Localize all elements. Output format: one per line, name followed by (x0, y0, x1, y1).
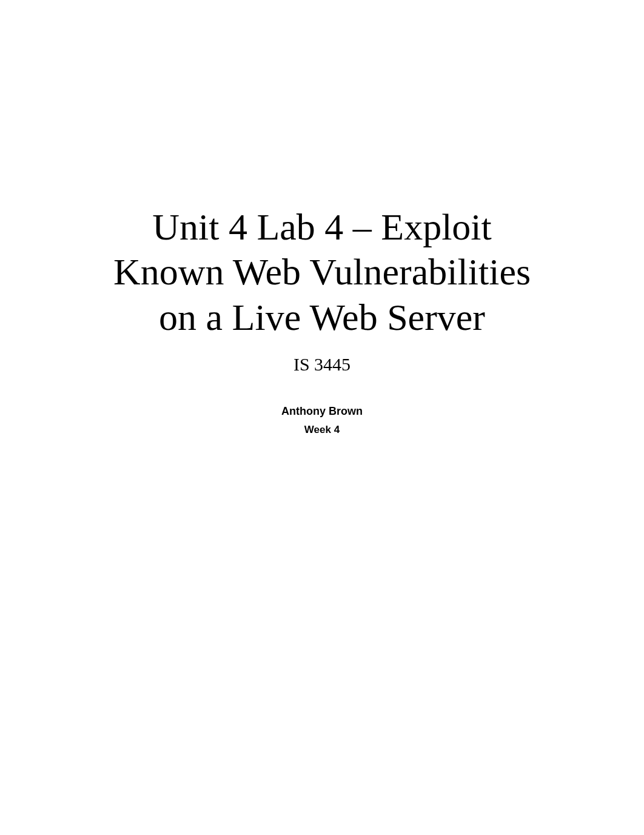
document-title: Unit 4 Lab 4 – Exploit Known Web Vulnera… (0, 204, 644, 340)
title-line-1: Unit 4 Lab 4 – Exploit (152, 206, 492, 247)
author-name: Anthony Brown (0, 405, 644, 418)
title-line-2: Known Web Vulnerabilities (113, 251, 531, 292)
document-content: Unit 4 Lab 4 – Exploit Known Web Vulnera… (0, 204, 644, 436)
week-label: Week 4 (0, 424, 644, 436)
title-line-3: on a Live Web Server (159, 297, 485, 338)
course-code: IS 3445 (0, 354, 644, 375)
